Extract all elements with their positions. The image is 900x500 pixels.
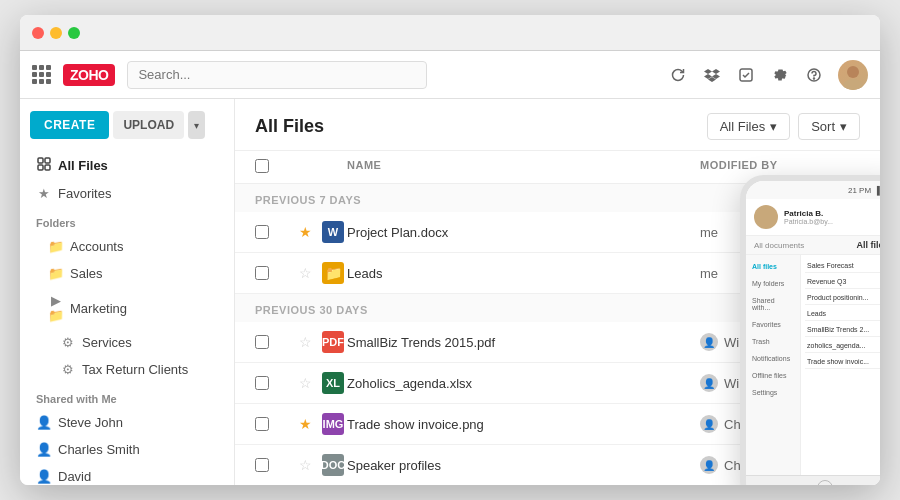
phone-user-info: Patricia B. Patricia.b@by... bbox=[784, 209, 880, 225]
sidebar-marketing-label: Marketing bbox=[70, 301, 127, 316]
folder-marketing-icon: ▶ 📁 bbox=[48, 293, 64, 323]
select-all-checkbox[interactable] bbox=[255, 159, 269, 173]
file-checkbox[interactable] bbox=[255, 376, 269, 390]
svg-rect-6 bbox=[45, 158, 50, 163]
svg-rect-7 bbox=[38, 165, 43, 170]
phone-sidebar-sharedwith[interactable]: Shared with... bbox=[746, 293, 800, 315]
star-icon[interactable]: ★ bbox=[299, 224, 312, 240]
phone-file-item[interactable]: Sales Forecast bbox=[805, 259, 880, 273]
phone-file-item[interactable]: Leads bbox=[805, 307, 880, 321]
filter-label: All Files bbox=[720, 119, 766, 134]
star-cell[interactable]: ★ bbox=[291, 416, 319, 432]
minimize-button[interactable] bbox=[50, 27, 62, 39]
nav-icons bbox=[668, 60, 868, 90]
search-input[interactable] bbox=[127, 61, 427, 89]
phone-sidebar-myfolders[interactable]: My folders bbox=[746, 276, 800, 291]
sidebar-steve-label: Steve John bbox=[58, 415, 123, 430]
shared-section-label: Shared with Me bbox=[20, 383, 234, 409]
phone-sidebar-notifications[interactable]: Notifications bbox=[746, 351, 800, 366]
user-charles-icon: 👤 bbox=[36, 442, 52, 457]
phone-file-item[interactable]: zoholics_agenda... bbox=[805, 339, 880, 353]
word-icon: W bbox=[322, 221, 344, 243]
phone-sidebar-trash[interactable]: Trash bbox=[746, 334, 800, 349]
star-cell[interactable]: ★ bbox=[291, 224, 319, 240]
sidebar-item-steve[interactable]: 👤 Steve John bbox=[20, 409, 234, 436]
help-icon[interactable] bbox=[804, 65, 824, 85]
phone-sidebar-settings[interactable]: Settings bbox=[746, 385, 800, 400]
file-checkbox[interactable] bbox=[255, 417, 269, 431]
star-icon[interactable]: ★ bbox=[299, 416, 312, 432]
filter-dropdown[interactable]: All Files ▾ bbox=[707, 113, 791, 140]
content-header: All Files All Files ▾ Sort ▾ bbox=[235, 99, 880, 151]
phone-header: Patricia B. Patricia.b@by... bbox=[746, 199, 880, 236]
zoho-logo: ZOHO bbox=[63, 64, 115, 86]
star-icon[interactable]: ☆ bbox=[299, 265, 312, 281]
filter-chevron-icon: ▾ bbox=[770, 119, 777, 134]
star-icon[interactable]: ☆ bbox=[299, 457, 312, 473]
refresh-icon[interactable] bbox=[668, 65, 688, 85]
sort-dropdown[interactable]: Sort ▾ bbox=[798, 113, 860, 140]
phone-sidebar-offline[interactable]: Offline files bbox=[746, 368, 800, 383]
svg-rect-8 bbox=[45, 165, 50, 170]
header-icon-cell bbox=[319, 159, 347, 175]
file-checkbox[interactable] bbox=[255, 335, 269, 349]
sidebar-taxreturn-label: Tax Return Clients bbox=[82, 362, 188, 377]
folder-sales-icon: 📁 bbox=[48, 266, 64, 281]
phone-sidebar-favorites[interactable]: Favorites bbox=[746, 317, 800, 332]
star-cell[interactable]: ☆ bbox=[291, 334, 319, 350]
titlebar bbox=[20, 15, 880, 51]
sidebar-item-david[interactable]: 👤 David bbox=[20, 463, 234, 485]
avatar[interactable] bbox=[838, 60, 868, 90]
sidebar: CREATE UPLOAD ▾ All Files ★ Favorites bbox=[20, 99, 235, 485]
file-checkbox[interactable] bbox=[255, 458, 269, 472]
file-generic-icon: DOC bbox=[322, 454, 344, 476]
maximize-button[interactable] bbox=[68, 27, 80, 39]
create-button[interactable]: CREATE bbox=[30, 111, 109, 139]
phone-username: Patricia B. bbox=[784, 209, 880, 218]
star-cell[interactable]: ☆ bbox=[291, 457, 319, 473]
star-icon[interactable]: ☆ bbox=[299, 375, 312, 391]
sidebar-item-accounts[interactable]: 📁 Accounts bbox=[20, 233, 234, 260]
sidebar-item-services[interactable]: ⚙ Services bbox=[20, 329, 234, 356]
phone-file-item[interactable]: SmallBiz Trends 2... bbox=[805, 323, 880, 337]
phone-home-button[interactable] bbox=[746, 475, 880, 485]
file-icon-cell: DOC bbox=[319, 454, 347, 476]
phone-file-item[interactable]: Trade show invoic... bbox=[805, 355, 880, 369]
star-cell[interactable]: ☆ bbox=[291, 375, 319, 391]
header-star-cell bbox=[291, 159, 319, 175]
phone-file-item[interactable]: Revenue Q3 bbox=[805, 275, 880, 289]
checkbox-cell bbox=[255, 266, 291, 280]
star-cell[interactable]: ☆ bbox=[291, 265, 319, 281]
close-button[interactable] bbox=[32, 27, 44, 39]
app-grid-icon[interactable] bbox=[32, 65, 51, 84]
top-nav: ZOHO bbox=[20, 51, 880, 99]
upload-dropdown-button[interactable]: ▾ bbox=[188, 111, 205, 139]
folder-accounts-icon: 📁 bbox=[48, 239, 64, 254]
app-window: ZOHO bbox=[20, 15, 880, 485]
sidebar-accounts-label: Accounts bbox=[70, 239, 123, 254]
sidebar-item-sales[interactable]: 📁 Sales bbox=[20, 260, 234, 287]
window-controls bbox=[32, 27, 80, 39]
dropbox-icon[interactable] bbox=[702, 65, 722, 85]
sidebar-item-marketing[interactable]: ▶ 📁 Marketing bbox=[20, 287, 234, 329]
file-checkbox[interactable] bbox=[255, 225, 269, 239]
sidebar-sales-label: Sales bbox=[70, 266, 103, 281]
phone-content: Sales Forecast Revenue Q3 Product positi… bbox=[801, 255, 880, 475]
sidebar-favorites-label: Favorites bbox=[58, 186, 111, 201]
favorites-icon: ★ bbox=[36, 186, 52, 201]
tasks-icon[interactable] bbox=[736, 65, 756, 85]
header-checkbox-cell bbox=[255, 159, 291, 175]
phone-sidebar-allfiles[interactable]: All files bbox=[746, 259, 800, 274]
phone-home-circle-icon bbox=[817, 480, 833, 486]
upload-button[interactable]: UPLOAD bbox=[113, 111, 184, 139]
phone-useremail: Patricia.b@by... bbox=[784, 218, 880, 225]
star-icon[interactable]: ☆ bbox=[299, 334, 312, 350]
sidebar-item-allfiles[interactable]: All Files bbox=[20, 151, 234, 180]
settings-icon[interactable] bbox=[770, 65, 790, 85]
file-checkbox[interactable] bbox=[255, 266, 269, 280]
sidebar-item-favorites[interactable]: ★ Favorites bbox=[20, 180, 234, 207]
sidebar-item-taxreturn[interactable]: ⚙ Tax Return Clients bbox=[20, 356, 234, 383]
svg-point-2 bbox=[814, 78, 815, 79]
phone-file-item[interactable]: Product positionin... bbox=[805, 291, 880, 305]
sidebar-item-charles[interactable]: 👤 Charles Smith bbox=[20, 436, 234, 463]
